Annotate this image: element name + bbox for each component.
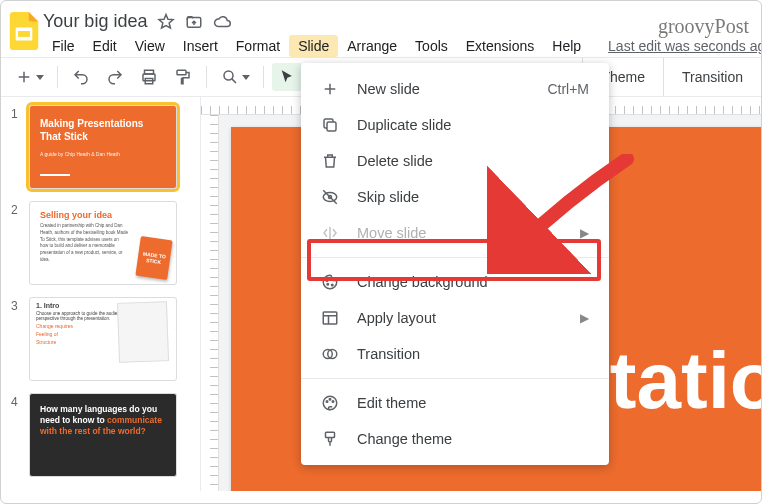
slide-menu-dropdown: New slide Ctrl+M Duplicate slide Delete … (301, 63, 609, 465)
menubar: File Edit View Insert Format Slide Arran… (43, 35, 762, 57)
menu-item-label: Apply layout (357, 310, 436, 326)
svg-rect-15 (323, 312, 337, 324)
menu-help[interactable]: Help (543, 35, 590, 57)
thumbnail-row: 1 Making Presentations That Stick A guid… (11, 105, 190, 189)
menu-item-label: Edit theme (357, 395, 426, 411)
thumb-subtitle: A guide by Chip Heath & Dan Heath (40, 151, 166, 157)
svg-point-21 (332, 401, 334, 403)
last-edit-link[interactable]: Last edit was seconds ago (608, 38, 762, 54)
menu-edit[interactable]: Edit (84, 35, 126, 57)
layout-icon (319, 309, 341, 327)
document-title[interactable]: Your big idea (43, 11, 147, 32)
undo-button[interactable] (66, 63, 96, 91)
thumb-heading: Selling your idea (40, 210, 166, 220)
menu-file[interactable]: File (43, 35, 84, 57)
menu-item-skip-slide[interactable]: Skip slide (301, 179, 609, 215)
print-button[interactable] (134, 63, 164, 91)
separator (57, 66, 58, 88)
menu-item-label: Change theme (357, 431, 452, 447)
menu-item-label: Skip slide (357, 189, 419, 205)
slide-thumbnail-4[interactable]: How many languages do you need to know t… (29, 393, 177, 477)
zoom-button[interactable] (215, 63, 255, 91)
menu-format[interactable]: Format (227, 35, 289, 57)
plus-icon (319, 80, 341, 98)
background-icon (319, 273, 341, 291)
svg-rect-1 (18, 31, 30, 37)
thumb-title: Making Presentations That Stick (40, 118, 166, 143)
watermark-text: groovyPost (658, 15, 749, 38)
submenu-arrow-icon: ▶ (580, 311, 589, 325)
svg-point-19 (326, 401, 328, 403)
duplicate-icon (319, 116, 341, 134)
slide-thumbnail-1[interactable]: Making Presentations That Stick A guide … (29, 105, 177, 189)
menu-tools[interactable]: Tools (406, 35, 457, 57)
menu-item-edit-theme[interactable]: Edit theme (301, 385, 609, 421)
svg-rect-9 (327, 122, 336, 131)
menu-item-label: Duplicate slide (357, 117, 451, 133)
move-icon (319, 224, 341, 242)
slide-thumbnails-panel: 1 Making Presentations That Stick A guid… (1, 97, 201, 491)
svg-point-20 (329, 399, 331, 401)
thumbnail-number: 2 (11, 201, 21, 217)
move-to-drive-icon[interactable] (185, 13, 203, 31)
thumb-question: How many languages do you need to know t… (40, 404, 166, 437)
separator (206, 66, 207, 88)
select-tool-button[interactable] (272, 63, 302, 91)
slides-logo[interactable] (9, 9, 39, 53)
palette-icon (319, 394, 341, 412)
menu-separator (301, 257, 609, 258)
thumbnail-number: 3 (11, 297, 21, 313)
thumb-book-graphic: MADE TO STICK (135, 236, 172, 280)
submenu-arrow-icon: ▶ (580, 226, 589, 240)
menu-item-new-slide[interactable]: New slide Ctrl+M (301, 71, 609, 107)
menu-item-label: Transition (357, 346, 420, 362)
menu-arrange[interactable]: Arrange (338, 35, 406, 57)
slide-thumbnail-3[interactable]: 1. Intro Choose one approach to guide th… (29, 297, 177, 381)
svg-point-7 (224, 71, 233, 80)
svg-rect-22 (326, 432, 335, 437)
thumb-accent-bar (40, 174, 70, 176)
menu-item-apply-layout[interactable]: Apply layout ▶ (301, 300, 609, 336)
header: Your big idea File Edit View Insert Form… (1, 1, 761, 57)
menu-extensions[interactable]: Extensions (457, 35, 543, 57)
thumbnail-number: 4 (11, 393, 21, 409)
skip-icon (319, 188, 341, 206)
menu-separator (301, 378, 609, 379)
transition-icon (319, 345, 341, 363)
svg-rect-6 (177, 70, 186, 75)
menu-item-label: Delete slide (357, 153, 433, 169)
menu-item-duplicate-slide[interactable]: Duplicate slide (301, 107, 609, 143)
thumb-body: Created in partnership with Chip and Dan… (40, 223, 128, 264)
menu-view[interactable]: View (126, 35, 174, 57)
menu-item-delete-slide[interactable]: Delete slide (301, 143, 609, 179)
star-icon[interactable] (157, 13, 175, 31)
svg-point-13 (327, 284, 329, 286)
menu-item-transition[interactable]: Transition (301, 336, 609, 372)
redo-button[interactable] (100, 63, 130, 91)
toolbar-right: Theme Transition (582, 58, 761, 96)
new-slide-button[interactable] (9, 63, 49, 91)
menu-item-move-slide: Move slide ▶ (301, 215, 609, 251)
separator (263, 66, 264, 88)
thumb-paper-graphic (117, 301, 169, 363)
menu-item-label: New slide (357, 81, 420, 97)
menu-slide[interactable]: Slide (289, 35, 338, 57)
menu-item-label: Change background (357, 274, 488, 290)
thumbnail-number: 1 (11, 105, 21, 121)
transition-button[interactable]: Transition (663, 58, 761, 96)
menu-item-change-theme[interactable]: Change theme (301, 421, 609, 457)
svg-point-14 (332, 284, 334, 286)
menu-item-label: Move slide (357, 225, 426, 241)
menu-item-change-background[interactable]: Change background (301, 264, 609, 300)
paint-format-button[interactable] (168, 63, 198, 91)
menu-insert[interactable]: Insert (174, 35, 227, 57)
trash-icon (319, 152, 341, 170)
cloud-status-icon[interactable] (213, 13, 231, 31)
brush-icon (319, 430, 341, 448)
svg-point-12 (326, 280, 328, 282)
vertical-ruler (201, 115, 219, 491)
menu-item-shortcut: Ctrl+M (547, 81, 589, 97)
slide-thumbnail-2[interactable]: Selling your idea Created in partnership… (29, 201, 177, 285)
